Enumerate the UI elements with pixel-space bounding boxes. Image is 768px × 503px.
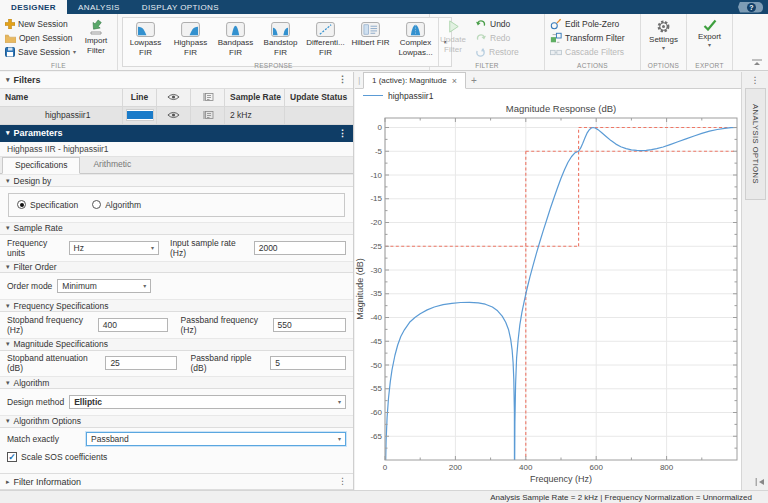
passband-ripple-field[interactable]: 5 — [270, 356, 346, 370]
design-by-header[interactable]: ▾ Design by — [0, 174, 353, 187]
export-button[interactable]: Export ▾ — [690, 16, 729, 62]
stopband-frequency-field[interactable]: 400 — [98, 318, 168, 332]
line-color-swatch[interactable] — [127, 111, 153, 119]
highpass-fir-button[interactable]: Highpass FIR — [168, 18, 213, 66]
scale-sos-label: Scale SOS coefficients — [21, 452, 107, 462]
frequency-units-select[interactable]: Hz ▾ — [69, 241, 159, 255]
svg-text:-15: -15 — [370, 194, 382, 203]
visibility-cell[interactable] — [157, 107, 191, 125]
parameters-menu-icon[interactable]: ⋮ — [338, 129, 347, 138]
restore-button[interactable]: Restore — [475, 46, 519, 58]
column-annotation[interactable] — [191, 89, 225, 107]
column-name[interactable]: Name — [0, 89, 123, 107]
parameters-section-header[interactable]: ▾ Parameters ⋮ — [0, 125, 353, 142]
column-sample-rate[interactable]: Sample Rate — [225, 89, 285, 107]
export-dropdown-icon: ▾ — [708, 42, 711, 48]
save-icon — [5, 47, 15, 57]
collapse-icon: ▾ — [6, 263, 10, 271]
settings-button[interactable]: Settings ▾ — [644, 16, 683, 62]
bandstop-response-icon — [271, 22, 290, 37]
filters-table-header: Name Line Sample Rate Update Status — [0, 89, 353, 107]
open-session-button[interactable]: Open Session — [5, 32, 76, 44]
left-panel: ▾ Filters ⋮ Name Line Sample Rate Update… — [0, 72, 354, 490]
radio-specification[interactable]: Specification — [17, 200, 78, 210]
cascade-filters-button[interactable]: Cascade Filters — [550, 46, 625, 58]
ribbon-group-file: New Session Open Session Save Session ▾ … — [0, 14, 118, 70]
chart-canvas[interactable]: 02004006008000-5-10-15-20-25-30-35-40-45… — [355, 102, 741, 490]
magnitude-specifications-header[interactable]: ▾ Magnitude Specifications — [0, 338, 353, 351]
algorithm-header[interactable]: ▾ Algorithm — [0, 376, 353, 389]
checkbox-checked-icon[interactable]: ✓ — [7, 452, 17, 462]
ribbon-group-response: Lowpass FIR Highpass FIR Bandpass FIR Ba… — [118, 14, 430, 70]
differentiator-fir-button[interactable]: Differenti... FIR — [303, 18, 348, 66]
svg-text:Magnitude Response (dB): Magnitude Response (dB) — [506, 103, 616, 114]
svg-text:-30: -30 — [370, 266, 382, 275]
sample-rate-header[interactable]: ▾ Sample Rate — [0, 222, 353, 235]
column-update-status[interactable]: Update Status — [285, 89, 353, 107]
new-session-icon — [5, 19, 15, 29]
svg-text:-10: -10 — [370, 171, 382, 180]
filters-menu-icon[interactable]: ⋮ — [338, 75, 347, 84]
filter-information-menu-icon[interactable]: ⋮ — [338, 477, 347, 486]
dock-panel-icon[interactable] — [755, 478, 765, 486]
undo-icon — [475, 19, 487, 29]
drag-handle-icon[interactable]: ∣ — [355, 72, 363, 88]
match-exactly-select[interactable]: Passband ▾ — [86, 432, 346, 446]
add-tab-button[interactable]: + — [466, 72, 482, 88]
filter-name[interactable]: highpassiir1 — [0, 107, 123, 125]
tab-designer[interactable]: DESIGNER — [0, 0, 67, 14]
transform-filter-button[interactable]: Transform Filter — [550, 32, 625, 44]
collapse-icon: ▾ — [6, 417, 10, 425]
legend-label[interactable]: highpassiir1 — [388, 91, 433, 101]
lowpass-fir-button[interactable]: Lowpass FIR — [123, 18, 168, 66]
scale-sos-row[interactable]: ✓ Scale SOS coefficients — [0, 449, 353, 465]
tab-display-options[interactable]: DISPLAY OPTIONS — [131, 0, 230, 14]
update-filter-button[interactable]: Update Filter — [433, 16, 473, 62]
magnitude-response-chart[interactable]: 02004006008000-5-10-15-20-25-30-35-40-45… — [355, 102, 741, 490]
column-line[interactable]: Line — [123, 89, 157, 107]
column-visibility[interactable] — [157, 89, 191, 107]
import-filter-button[interactable]: Import Filter — [78, 16, 114, 62]
algorithm-options-header[interactable]: ▾ Algorithm Options — [0, 415, 353, 428]
collapse-icon: ▾ — [6, 224, 10, 232]
order-mode-select[interactable]: Minimum ▾ — [57, 279, 151, 293]
collapse-ribbon-icon[interactable] — [752, 59, 762, 66]
match-exactly-label: Match exactly — [7, 434, 81, 444]
undo-button[interactable]: Undo — [475, 18, 519, 30]
save-session-button[interactable]: Save Session ▾ — [5, 46, 76, 58]
strip-menu-icon[interactable]: ⋮ — [742, 75, 768, 85]
new-session-button[interactable]: New Session — [5, 18, 76, 30]
filters-section-header[interactable]: ▾ Filters ⋮ — [0, 72, 353, 89]
radio-algorithm[interactable]: Algorithm — [92, 200, 141, 210]
line-color-cell[interactable] — [123, 107, 157, 125]
stopband-attenuation-field[interactable]: 25 — [105, 356, 177, 370]
design-method-select[interactable]: Elliptic ▾ — [69, 395, 346, 409]
hilbert-fir-button[interactable]: Hilbert FIR — [348, 18, 393, 66]
analysis-options-tab[interactable]: ANALYSIS OPTIONS — [745, 88, 766, 200]
frequency-specifications-header[interactable]: ▾ Frequency Specifications — [0, 299, 353, 312]
tab-specifications[interactable]: Specifications — [2, 157, 80, 174]
input-sample-rate-field[interactable]: 2000 — [254, 241, 346, 255]
edit-pole-zero-button[interactable]: Edit Pole-Zero — [550, 18, 625, 30]
passband-frequency-field[interactable]: 550 — [273, 318, 346, 332]
filter-information-header[interactable]: ▸ Filter Information ⋮ — [0, 473, 353, 490]
magnitude-document-tab[interactable]: 1 (active): Magnitude × — [363, 72, 466, 89]
annotation-cell[interactable] — [191, 107, 225, 125]
help-icon: ? — [747, 3, 756, 12]
edit-pole-zero-icon — [550, 18, 562, 30]
tab-arithmetic[interactable]: Arithmetic — [80, 156, 144, 173]
ribbon-group-filter: Update Filter Undo Redo Restore FILTER — [430, 14, 545, 70]
redo-button[interactable]: Redo — [475, 32, 519, 44]
toolstrip-tab-bar: DESIGNER ANALYSIS DISPLAY OPTIONS ? — [0, 0, 768, 14]
close-icon[interactable]: × — [452, 76, 457, 86]
save-session-dropdown-icon[interactable]: ▾ — [73, 49, 76, 55]
help-button[interactable]: ? — [738, 2, 763, 13]
tab-analysis[interactable]: ANALYSIS — [67, 0, 131, 14]
bandstop-fir-button[interactable]: Bandstop FIR — [258, 18, 303, 66]
filter-row-highpassiir1[interactable]: highpassiir1 2 kHz — [0, 107, 353, 125]
ribbon-group-actions: Edit Pole-Zero Transform Filter Cascade … — [545, 14, 641, 70]
filter-order-row: Order mode Minimum ▾ — [0, 273, 353, 299]
ribbon-group-export: Export ▾ EXPORT — [687, 14, 733, 70]
filter-order-header[interactable]: ▾ Filter Order — [0, 261, 353, 274]
bandpass-fir-button[interactable]: Bandpass FIR — [213, 18, 258, 66]
